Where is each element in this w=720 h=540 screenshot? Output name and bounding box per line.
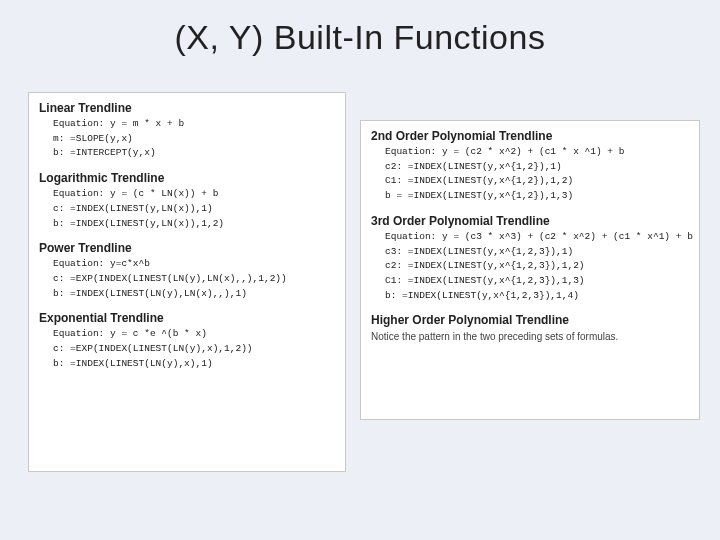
slide-title: (X, Y) Built-In Functions [0,18,720,57]
section-heading: Power Trendline [39,241,335,255]
section-body: Equation: y = (c * LN(x)) + b c: =INDEX(… [39,187,335,231]
section-heading: Higher Order Polynomial Trendline [371,313,689,327]
section-poly-higher: Higher Order Polynomial Trendline Notice… [371,313,689,342]
section-heading: Linear Trendline [39,101,335,115]
left-panel: Linear Trendline Equation: y = m * x + b… [28,92,346,472]
section-heading: Logarithmic Trendline [39,171,335,185]
section-exponential: Exponential Trendline Equation: y = c *e… [39,311,335,371]
section-heading: 3rd Order Polynomial Trendline [371,214,689,228]
section-poly2: 2nd Order Polynomial Trendline Equation:… [371,129,689,204]
section-note: Notice the pattern in the two preceding … [371,329,689,342]
section-heading: 2nd Order Polynomial Trendline [371,129,689,143]
section-heading: Exponential Trendline [39,311,335,325]
section-logarithmic: Logarithmic Trendline Equation: y = (c *… [39,171,335,231]
section-body: Equation: y = (c2 * x^2) + (c1 * x ^1) +… [371,145,689,204]
section-body: Equation: y = c *e ^(b * x) c: =EXP(INDE… [39,327,335,371]
section-linear: Linear Trendline Equation: y = m * x + b… [39,101,335,161]
section-body: Equation: y = m * x + b m: =SLOPE(y,x) b… [39,117,335,161]
section-body: Equation: y = (c3 * x^3) + (c2 * x^2) + … [371,230,689,304]
right-panel: 2nd Order Polynomial Trendline Equation:… [360,120,700,420]
section-poly3: 3rd Order Polynomial Trendline Equation:… [371,214,689,304]
section-power: Power Trendline Equation: y=c*x^b c: =EX… [39,241,335,301]
section-body: Equation: y=c*x^b c: =EXP(INDEX(LINEST(L… [39,257,335,301]
